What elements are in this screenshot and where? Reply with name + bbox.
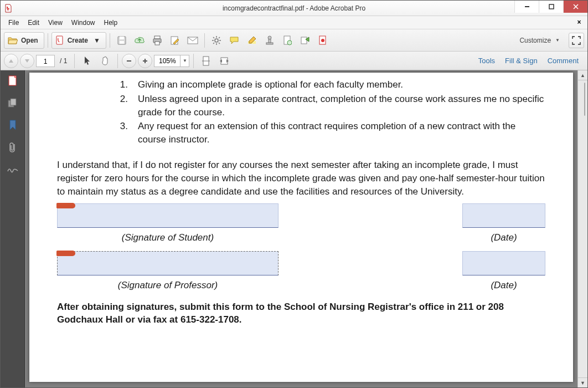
svg-rect-7 bbox=[120, 41, 124, 44]
paragraph: I understand that, if I do not register … bbox=[57, 159, 545, 198]
svg-rect-28 bbox=[301, 37, 307, 44]
svg-point-13 bbox=[215, 39, 218, 42]
zoom-in-button[interactable] bbox=[138, 54, 152, 68]
arrow-down-icon bbox=[24, 58, 30, 64]
minus-icon bbox=[126, 58, 132, 64]
svg-line-21 bbox=[213, 43, 214, 44]
svg-line-20 bbox=[219, 37, 220, 38]
action-button[interactable] bbox=[314, 32, 331, 49]
submit-instructions: After obtaining signatures, submit this … bbox=[57, 301, 545, 326]
action-icon bbox=[318, 35, 327, 45]
fit-page-button[interactable] bbox=[198, 53, 214, 69]
create-button[interactable]: Create ▼ bbox=[51, 32, 106, 49]
menu-file[interactable]: File bbox=[4, 17, 23, 28]
student-signature-field[interactable] bbox=[57, 203, 278, 228]
select-tool[interactable] bbox=[79, 53, 95, 69]
list-item: 3.Any request for an extension of this c… bbox=[118, 120, 545, 146]
folder-open-icon bbox=[8, 36, 18, 45]
menu-view[interactable]: View bbox=[44, 17, 67, 28]
professor-signature-field[interactable] bbox=[57, 251, 278, 275]
stamp-icon bbox=[265, 35, 274, 45]
bubble-icon bbox=[229, 36, 239, 45]
scroll-down-button[interactable]: ▼ bbox=[578, 377, 587, 387]
edit-icon bbox=[170, 35, 180, 45]
bookmarks-tab[interactable] bbox=[7, 119, 19, 131]
pdf-page: 1.Giving an incomplete grade is optional… bbox=[29, 73, 573, 382]
professor-date-field[interactable] bbox=[462, 251, 545, 275]
pages-tab[interactable] bbox=[7, 97, 19, 109]
svg-line-19 bbox=[219, 43, 220, 44]
zoom-dropdown-caret[interactable]: ▼ bbox=[180, 55, 189, 67]
navigation-toolbar: 1 / 1 105% ▼ Tools Fill & Sign Comment bbox=[1, 52, 587, 70]
zoom-select[interactable]: 105% ▼ bbox=[154, 55, 189, 67]
student-date-field[interactable] bbox=[462, 203, 545, 228]
fullscreen-button[interactable] bbox=[569, 33, 584, 48]
hand-tool[interactable] bbox=[97, 53, 114, 69]
scroll-up-button[interactable]: ▲ bbox=[578, 70, 587, 80]
workspace: 1.Giving an incomplete grade is optional… bbox=[1, 70, 587, 387]
left-sidebar bbox=[1, 70, 25, 387]
close-button[interactable] bbox=[563, 1, 587, 13]
bookmark-icon bbox=[8, 120, 17, 131]
page-total-label: / 1 bbox=[60, 57, 67, 65]
svg-point-30 bbox=[321, 39, 324, 42]
cloud-button[interactable] bbox=[131, 32, 148, 49]
tools-pane-button[interactable]: Tools bbox=[478, 57, 495, 65]
save-button[interactable] bbox=[114, 32, 130, 49]
close-document-button[interactable]: × bbox=[574, 17, 584, 27]
sign-here-tag-icon bbox=[56, 203, 75, 208]
svg-line-18 bbox=[213, 37, 214, 38]
menu-window[interactable]: Window bbox=[67, 17, 100, 28]
svg-rect-6 bbox=[120, 37, 124, 39]
email-button[interactable] bbox=[184, 32, 201, 49]
gear-icon bbox=[212, 35, 221, 45]
highlight-button[interactable] bbox=[244, 32, 260, 49]
print-button[interactable] bbox=[149, 32, 166, 49]
svg-rect-39 bbox=[11, 99, 16, 105]
document-pane[interactable]: 1.Giving an incomplete grade is optional… bbox=[25, 70, 577, 387]
edit-text-button[interactable] bbox=[167, 32, 183, 49]
open-button[interactable]: Open bbox=[4, 32, 44, 49]
create-pdf-icon bbox=[55, 35, 64, 45]
pages-icon bbox=[7, 98, 18, 108]
thumbnails-tab[interactable] bbox=[7, 75, 19, 87]
comment-pane-button[interactable]: Comment bbox=[548, 57, 579, 65]
svg-rect-8 bbox=[154, 36, 160, 39]
attach-button[interactable] bbox=[279, 32, 296, 49]
svg-rect-1 bbox=[549, 4, 554, 9]
stamp-button[interactable] bbox=[261, 32, 278, 49]
cloud-icon bbox=[134, 36, 145, 45]
customize-button[interactable]: Customize▼ bbox=[515, 37, 564, 44]
page-up-button[interactable] bbox=[4, 54, 18, 68]
arrow-up-icon bbox=[8, 58, 14, 64]
signature-icon bbox=[7, 166, 19, 173]
fill-sign-pane-button[interactable]: Fill & Sign bbox=[505, 57, 538, 65]
scroll-thumb[interactable] bbox=[584, 83, 585, 116]
sign-here-tag-icon bbox=[56, 251, 75, 256]
page-thumb-icon bbox=[8, 75, 18, 86]
print-icon bbox=[152, 35, 162, 45]
zoom-out-button[interactable] bbox=[122, 54, 136, 68]
zoom-value: 105% bbox=[154, 55, 180, 67]
maximize-button[interactable] bbox=[539, 1, 563, 13]
settings-button[interactable] bbox=[208, 32, 225, 49]
menu-edit[interactable]: Edit bbox=[23, 17, 44, 28]
acrobat-icon bbox=[4, 4, 13, 13]
fit-width-button[interactable] bbox=[216, 53, 233, 69]
menu-help[interactable]: Help bbox=[100, 17, 122, 28]
minimize-button[interactable] bbox=[514, 1, 539, 13]
page-number-input[interactable]: 1 bbox=[36, 55, 55, 67]
attachments-tab[interactable] bbox=[7, 141, 19, 154]
hand-icon bbox=[100, 56, 110, 66]
vertical-scrollbar[interactable]: ▲ ▼ bbox=[577, 70, 587, 387]
student-date-label: (Date) bbox=[462, 230, 545, 249]
share-icon bbox=[300, 36, 310, 45]
share-button[interactable] bbox=[297, 32, 313, 49]
envelope-icon bbox=[187, 37, 198, 44]
signatures-tab[interactable] bbox=[7, 164, 19, 176]
save-icon bbox=[117, 35, 127, 45]
comment-bubble-button[interactable] bbox=[226, 32, 243, 49]
fit-width-icon bbox=[219, 57, 229, 65]
svg-rect-10 bbox=[155, 42, 159, 45]
page-down-button[interactable] bbox=[20, 54, 34, 68]
